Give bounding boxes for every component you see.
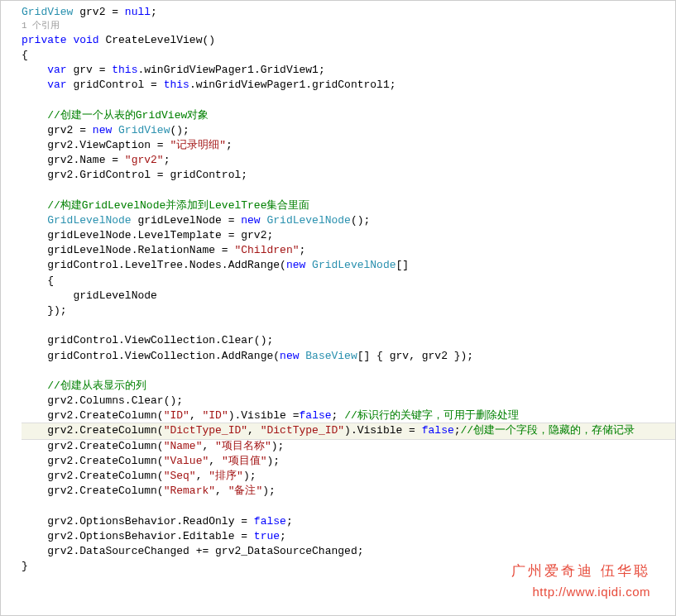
code-line: 1 个引用 — [22, 20, 675, 32]
code-line: grv2.CreateColumn("Value", "项目值"); — [22, 454, 675, 469]
code-line: }); — [22, 303, 675, 318]
code-line: gridControl.ViewCollection.AddRange(new … — [22, 349, 675, 364]
code-line: grv2.CreateColumn("Seq", "排序"); — [22, 469, 675, 484]
code-line: GridView grv2 = null; — [22, 5, 675, 20]
code-line: gridLevelNode.LevelTemplate = grv2; — [22, 228, 675, 243]
code-line: gridLevelNode.RelationName = "Children"; — [22, 243, 675, 258]
code-line — [22, 364, 675, 379]
code-line: grv2.DataSourceChanged += grv2_DataSourc… — [22, 544, 675, 559]
code-line: grv2.OptionsBehavior.ReadOnly = false; — [22, 514, 675, 529]
code-line: var grv = this.winGridViewPager1.GridVie… — [22, 63, 675, 78]
code-line: grv2.ViewCaption = "记录明细"; — [22, 138, 675, 153]
code-line: grv2.CreateColumn("ID", "ID").Visible =f… — [22, 408, 675, 423]
code-line: gridControl.LevelTree.Nodes.AddRange(new… — [22, 258, 675, 273]
code-line — [22, 183, 675, 198]
code-line: grv2.Columns.Clear(); — [22, 394, 675, 408]
code-line: gridControl.ViewCollection.Clear(); — [22, 333, 675, 348]
code-line: var gridControl = this.winGridViewPager1… — [22, 78, 675, 93]
code-line: grv2.Name = "grv2"; — [22, 153, 675, 168]
code-line: { — [22, 48, 675, 63]
code-line: GridLevelNode gridLevelNode = new GridLe… — [22, 213, 675, 228]
code-line: } — [22, 559, 675, 574]
code-line: private void CreateLevelView() — [22, 33, 675, 48]
code-line — [22, 499, 675, 513]
code-line — [22, 93, 675, 107]
code-line: grv2.GridControl = gridControl; — [22, 168, 675, 183]
code-line: { — [22, 274, 675, 289]
code-block: GridView grv2 = null; 1 个引用 private void… — [1, 1, 675, 578]
code-line: grv2.CreateColumn("Remark", "备注"); — [22, 484, 675, 499]
code-line: //创建从表显示的列 — [22, 379, 675, 394]
code-line: grv2.CreateColumn("Name", "项目名称"); — [22, 439, 675, 454]
code-line: //创建一个从表的GridView对象 — [22, 108, 675, 123]
code-line — [22, 318, 675, 333]
code-line: grv2 = new GridView(); — [22, 123, 675, 138]
code-line: grv2.OptionsBehavior.Editable = true; — [22, 529, 675, 544]
code-line: grv2.CreateColumn("DictType_ID", "DictTy… — [22, 423, 675, 438]
code-line: //构建GridLevelNode并添加到LevelTree集合里面 — [22, 198, 675, 213]
watermark-url: http://www.iqidi.com — [511, 583, 650, 600]
code-line: gridLevelNode — [22, 289, 675, 303]
